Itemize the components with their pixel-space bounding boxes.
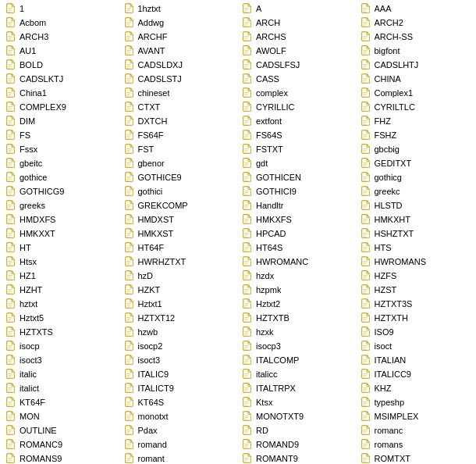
file-item[interactable]: HMKXXT [2,227,120,241]
file-item[interactable]: isoct [357,339,475,353]
file-item[interactable]: HT64F [120,241,239,255]
file-item[interactable]: FST [120,142,239,156]
file-item[interactable]: OUTLINE [2,423,120,437]
file-item[interactable]: CTXT [120,100,239,114]
file-item[interactable]: KHZ [357,381,475,395]
file-item[interactable]: extfont [238,114,357,128]
file-item[interactable]: HZTXTS [2,325,120,339]
file-item[interactable]: Hztxt5 [2,311,120,325]
file-item[interactable]: gothici [120,184,239,198]
file-item[interactable]: Addwg [120,16,239,30]
file-item[interactable]: ITALTRPX [238,381,357,395]
file-item[interactable]: AU1 [2,44,120,58]
file-item[interactable]: greekc [357,184,475,198]
file-item[interactable]: KT64F [2,395,120,409]
file-item[interactable]: isoct3 [2,353,120,367]
file-item[interactable]: DIM [2,114,120,128]
file-item[interactable]: hzwb [120,325,239,339]
file-item[interactable]: AAA [357,2,475,16]
file-item[interactable]: hzxk [238,325,357,339]
file-item[interactable]: Hztxt2 [238,297,357,311]
file-item[interactable]: gothicg [357,170,475,184]
file-item[interactable]: ROMANS9 [2,452,120,464]
file-item[interactable]: CHINA [357,72,475,86]
file-item[interactable]: ARCH-SS [357,30,475,44]
file-item[interactable]: gothice [2,170,120,184]
file-item[interactable]: ROMAND9 [238,437,357,452]
file-item[interactable]: CYRILTLC [357,100,475,114]
file-item[interactable]: FS64F [120,128,239,142]
file-item[interactable]: Pdax [120,423,239,437]
file-item[interactable]: HZFS [357,269,475,283]
file-item[interactable]: Handltr [238,198,357,212]
file-item[interactable]: typeshp [357,395,475,409]
file-item[interactable]: romand [120,437,239,452]
file-item[interactable]: ROMANC9 [2,437,120,452]
file-item[interactable]: bigfont [357,44,475,58]
file-item[interactable]: gbeitc [2,156,120,170]
file-item[interactable]: ARCH [238,16,357,30]
file-item[interactable]: ITALIC9 [120,367,239,381]
file-item[interactable]: CADSLKTJ [2,72,120,86]
file-item[interactable]: HZTXTB [238,311,357,325]
file-item[interactable]: HMKXFS [238,212,357,227]
file-item[interactable]: ARCHF [120,30,239,44]
file-item[interactable]: CADSLSTJ [120,72,239,86]
file-item[interactable]: HWROMANC [238,255,357,269]
file-item[interactable]: DXTCH [120,114,239,128]
file-item[interactable]: romanc [357,423,475,437]
file-item[interactable]: complex [238,86,357,100]
file-item[interactable]: HMDXFS [2,212,120,227]
file-item[interactable]: FHZ [357,114,475,128]
file-item[interactable]: romans [357,437,475,452]
file-item[interactable]: GOTHICE9 [120,170,239,184]
file-item[interactable]: Hztxt1 [120,297,239,311]
file-item[interactable]: 1 [2,2,120,16]
file-item[interactable]: hzD [120,269,239,283]
file-item[interactable]: KT64S [120,395,239,409]
file-item[interactable]: monotxt [120,409,239,423]
file-item[interactable]: HMKXHT [357,212,475,227]
file-item[interactable]: HWROMANS [357,255,475,269]
file-item[interactable]: HMKXST [120,227,239,241]
file-item[interactable]: HZKT [120,283,239,297]
file-item[interactable]: CADSLDXJ [120,58,239,72]
file-item[interactable]: FS64S [238,128,357,142]
file-item[interactable]: ITALICT9 [120,381,239,395]
file-item[interactable]: Ktsx [238,395,357,409]
file-item[interactable]: ISO9 [357,325,475,339]
file-item[interactable]: AVANT [120,44,239,58]
file-item[interactable]: CASS [238,72,357,86]
file-item[interactable]: hzpmk [238,283,357,297]
file-item[interactable]: HT64S [238,241,357,255]
file-item[interactable]: HWRHZTXT [120,255,239,269]
file-item[interactable]: HLSTD [357,198,475,212]
file-item[interactable]: MSIMPLEX [357,409,475,423]
file-item[interactable]: isoct3 [120,353,239,367]
file-item[interactable]: isocp2 [120,339,239,353]
file-item[interactable]: FSHZ [357,128,475,142]
file-item[interactable]: HPCAD [238,227,357,241]
file-item[interactable]: italict [2,381,120,395]
file-item[interactable]: isocp [2,339,120,353]
file-item[interactable]: HZST [357,283,475,297]
file-item[interactable]: Fssx [2,142,120,156]
file-item[interactable]: FSTXT [238,142,357,156]
file-item[interactable]: ITALIAN [357,353,475,367]
file-item[interactable]: ARCH2 [357,16,475,30]
file-item[interactable]: Acbom [2,16,120,30]
file-item[interactable]: greeks [2,198,120,212]
file-item[interactable]: ROMANT9 [238,452,357,464]
file-item[interactable]: italicc [238,367,357,381]
file-item[interactable]: FS [2,128,120,142]
file-item[interactable]: gbcbig [357,142,475,156]
file-item[interactable]: ROMTXT [357,452,475,464]
file-item[interactable]: 1hztxt [120,2,239,16]
file-item[interactable]: HZTXT3S [357,297,475,311]
file-item[interactable]: hztxt [2,297,120,311]
file-item[interactable]: ITALCOMP [238,353,357,367]
file-item[interactable]: ARCH3 [2,30,120,44]
file-item[interactable]: MONOTXT9 [238,409,357,423]
file-item[interactable]: GOTHICI9 [238,184,357,198]
file-item[interactable]: COMPLEX9 [2,100,120,114]
